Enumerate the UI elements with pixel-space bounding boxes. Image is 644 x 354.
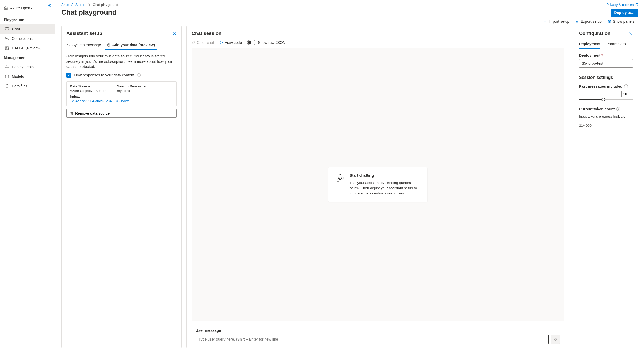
deployment-select[interactable]: 35-turbo-test ⌄ <box>579 59 633 68</box>
svg-point-4 <box>6 47 7 48</box>
trash-icon <box>70 111 74 115</box>
index-label: Index: <box>70 94 173 98</box>
show-panels-label: Show panels <box>613 19 634 24</box>
section-management: Management <box>0 53 55 62</box>
tab-add-your-data[interactable]: Add your data (preview) <box>106 41 155 50</box>
data-files-icon <box>5 84 9 88</box>
svg-point-10 <box>338 178 339 178</box>
sidebar-item-completions[interactable]: Completions <box>0 34 55 43</box>
nav-label: Chat <box>12 27 20 31</box>
session-settings-heading: Session settings <box>579 75 633 80</box>
export-setup-button[interactable]: Export setup <box>575 19 602 24</box>
info-icon[interactable]: i <box>616 107 620 111</box>
breadcrumb-root[interactable]: Azure AI Studio <box>61 3 85 7</box>
sidebar-item-dalle[interactable]: DALL·E (Preview) <box>0 43 55 53</box>
deployments-icon <box>5 65 9 69</box>
assistant-setup-title: Assistant setup <box>66 31 102 36</box>
token-progress-bar <box>579 121 633 121</box>
tab-label: Add your data (preview) <box>112 43 155 47</box>
send-button[interactable] <box>551 335 560 344</box>
limit-responses-checkbox[interactable] <box>66 73 71 78</box>
chat-input-label: User message <box>196 328 560 333</box>
chat-session-panel: Chat session Clear chat View code Show r… <box>186 26 569 348</box>
info-icon[interactable]: i <box>137 73 141 77</box>
view-code-label: View code <box>225 40 242 45</box>
code-icon <box>219 41 223 44</box>
clear-chat-button[interactable]: Clear chat <box>192 40 214 45</box>
data-icon <box>107 43 110 47</box>
show-raw-json-toggle-row: Show raw JSON <box>247 40 285 45</box>
tab-label: System message <box>72 43 101 47</box>
slider-thumb[interactable] <box>601 98 605 101</box>
deploy-to-button[interactable]: Deploy to... <box>611 9 638 17</box>
close-configuration-panel-icon[interactable] <box>629 32 633 36</box>
chat-icon <box>5 27 9 31</box>
chevron-down-icon: ⌄ <box>636 20 638 23</box>
chat-input-area: User message <box>192 325 564 348</box>
past-messages-label: Past messages included i <box>579 84 633 88</box>
models-icon <box>5 74 9 79</box>
deployment-value: 35-turbo-test <box>582 61 603 66</box>
past-messages-input[interactable] <box>621 91 633 97</box>
info-icon[interactable]: i <box>624 84 628 88</box>
token-count-label: Current token count i <box>579 107 633 111</box>
home-icon <box>4 6 8 10</box>
chat-hint-card: Start chatting Test your assistant by se… <box>328 167 427 202</box>
show-json-label: Show raw JSON <box>258 40 285 45</box>
main: Azure AI Studio ❯ Chat playground Privac… <box>55 0 644 354</box>
svg-point-11 <box>341 178 342 178</box>
data-source-value: Azure Cognitive Search <box>70 89 106 93</box>
brand-label: Azure OpenAI <box>10 6 34 10</box>
assistant-description: Gain insights into your own data source.… <box>66 54 177 70</box>
sidebar-item-chat[interactable]: Chat <box>0 24 55 34</box>
chat-message-input[interactable] <box>196 335 549 344</box>
nav-label: DALL·E (Preview) <box>12 46 41 50</box>
configuration-title: Configuration <box>579 31 611 36</box>
collapse-sidebar-icon[interactable] <box>48 4 51 7</box>
toolbar: Import setup Export setup Show panels ⌄ <box>55 17 644 26</box>
chat-hint-body: Test your assistant by sending queries b… <box>350 180 420 196</box>
token-sub-label: Input tokens progress indicator <box>579 114 633 118</box>
import-setup-button[interactable]: Import setup <box>543 19 569 24</box>
breadcrumb-current: Chat playground <box>93 3 118 7</box>
svg-rect-0 <box>5 28 9 30</box>
breadcrumb: Azure AI Studio ❯ Chat playground <box>61 3 118 7</box>
page-title: Chat playground <box>61 8 117 17</box>
limit-responses-label: Limit responses to your data content <box>74 73 134 77</box>
import-label: Import setup <box>548 19 569 24</box>
view-code-button[interactable]: View code <box>219 40 242 45</box>
svg-point-7 <box>609 21 610 22</box>
sidebar-item-models[interactable]: Models <box>0 72 55 81</box>
nav-label: Deployments <box>12 65 34 69</box>
section-playground: Playground <box>0 15 55 24</box>
refresh-icon <box>67 43 71 47</box>
robot-icon <box>335 173 345 183</box>
sidebar-item-data-files[interactable]: Data files <box>0 81 55 91</box>
tab-system-message[interactable]: System message <box>66 41 101 50</box>
config-tab-deployment[interactable]: Deployment <box>579 40 600 49</box>
deployment-label: Deployment * <box>579 53 633 57</box>
chat-session-title: Chat session <box>192 31 564 36</box>
brand[interactable]: Azure OpenAI <box>0 3 55 15</box>
chevron-down-icon: ⌄ <box>628 62 630 65</box>
configuration-panel: Configuration Deployment Parameters Depl… <box>574 26 638 348</box>
close-assistant-panel-icon[interactable] <box>172 32 177 36</box>
chevron-right-icon: ❯ <box>88 3 90 6</box>
sidebar-item-deployments[interactable]: Deployments <box>0 62 55 72</box>
show-panels-button[interactable]: Show panels ⌄ <box>608 19 638 24</box>
nav-label: Data files <box>12 84 27 88</box>
nav-label: Models <box>12 74 24 79</box>
config-tab-parameters[interactable]: Parameters <box>606 40 626 49</box>
broom-icon <box>192 41 195 44</box>
chat-hint-title: Start chatting <box>350 173 420 178</box>
svg-point-8 <box>108 44 110 45</box>
remove-label: Remove data source <box>75 111 110 116</box>
past-messages-slider[interactable] <box>579 99 633 100</box>
remove-data-source-button[interactable]: Remove data source <box>66 109 177 118</box>
data-source-label: Data Source: <box>70 84 106 88</box>
show-raw-json-toggle[interactable] <box>247 40 256 45</box>
export-label: Export setup <box>581 19 602 24</box>
index-link[interactable]: 1234abcd-1234-abcd-12345678-index <box>70 99 173 103</box>
privacy-cookies-link[interactable]: Privacy & cookies <box>606 3 638 7</box>
token-readout: 21/4000 <box>579 124 633 128</box>
